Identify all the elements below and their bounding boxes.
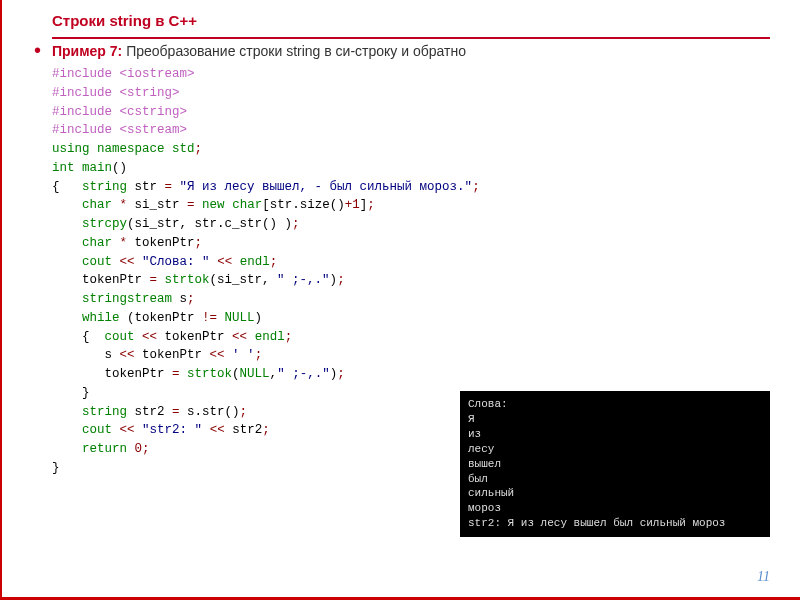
example-subtitle: • Пример 7: Преобразование строки string… [52,43,770,59]
console-output: Слова: Я из лесу вышел был сильный мороз… [460,391,770,537]
example-label: Пример 7: [52,43,122,59]
page-number: 11 [757,569,770,585]
slide-title: Строки string в С++ [52,12,770,39]
example-desc: Преобразование строки string в си-строку… [122,43,466,59]
bullet-icon: • [34,43,41,57]
slide: Строки string в С++ • Пример 7: Преобраз… [0,0,800,600]
